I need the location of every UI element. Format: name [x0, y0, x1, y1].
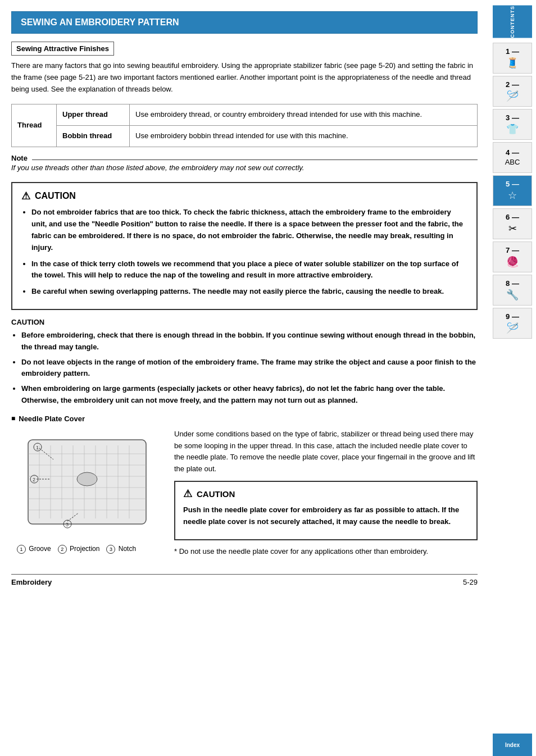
attractive-finishes-section: Sewing Attractive Finishes There are man…	[11, 42, 478, 95]
caution-plain-list: Before embroidering, check that there is…	[11, 330, 478, 407]
caution-box-small: ⚠ CAUTION Push in the needle plate cover…	[174, 481, 478, 540]
caution-plain-item-3: When embroidering on large garments (esp…	[21, 383, 478, 407]
tab-6-icon: ✂	[508, 222, 517, 235]
label-notch: 3 Notch	[106, 545, 136, 554]
label-groove: 1 Groove	[17, 545, 51, 554]
footnote: Do not use the needle plate cover for an…	[174, 546, 478, 558]
intro-text: There are many factors that go into sewi…	[11, 60, 478, 95]
needle-plate-section: Needle Plate Cover	[11, 415, 478, 563]
sidebar: CONTENTS 1 — 🧵 2 — 🪡 3 — 👕 4 — ABC 5 — ☆…	[489, 0, 536, 756]
needle-plate-content: 1 2 3 1 Groove 2	[11, 429, 478, 563]
caution-list: Do not embroider fabrics that are too th…	[21, 207, 467, 298]
page-header: SEWING AN EMBROIDERY PATTERN	[11, 11, 478, 34]
thread-table: Thread Upper thread Use embroidery threa…	[11, 104, 478, 147]
sidebar-tab-4[interactable]: 4 — ABC	[493, 142, 532, 173]
tab-8-icon: 🔧	[506, 289, 519, 301]
sidebar-index-tab[interactable]: Index	[493, 734, 532, 756]
sidebar-tab-8[interactable]: 8 — 🔧	[493, 275, 532, 306]
bobbin-thread-label: Bobbin thread	[57, 126, 130, 147]
tab-1-icon: 🧵	[506, 57, 519, 69]
needle-plate-svg: 1 2 3	[11, 429, 163, 541]
sidebar-tab-6[interactable]: 6 — ✂	[493, 208, 532, 239]
footer-page: 5-29	[463, 578, 478, 586]
svg-text:1: 1	[36, 445, 39, 450]
svg-text:3: 3	[66, 522, 69, 527]
image-labels: 1 Groove 2 Projection 3 Notch	[11, 545, 163, 554]
tab-2-icon: 🪡	[506, 90, 519, 102]
label-projection: 2 Projection	[58, 545, 100, 554]
sidebar-tab-7[interactable]: 7 — 🧶	[493, 242, 532, 272]
bobbin-thread-desc: Use embroidery bobbin thread intended fo…	[130, 126, 478, 147]
upper-thread-desc: Use embroidery thread, or country embroi…	[130, 104, 478, 126]
caution-plain-item-2: Do not leave objects in the range of mot…	[21, 357, 478, 380]
sidebar-tab-1[interactable]: 1 — 🧵	[493, 43, 532, 74]
note-section: Note If you use threads other than those…	[11, 154, 478, 174]
caution-plain-title: CAUTION	[11, 318, 478, 326]
caution-box: ⚠ CAUTION Do not embroider fabrics that …	[11, 182, 478, 310]
caution-small-title: ⚠ CAUTION	[183, 488, 469, 500]
tab-5-icon: ☆	[508, 189, 517, 202]
caution-small-triangle-icon: ⚠	[183, 488, 192, 500]
caution-item-3: Be careful when sewing overlapping patte…	[31, 286, 467, 298]
main-content: SEWING AN EMBROIDERY PATTERN Sewing Attr…	[0, 0, 489, 756]
sidebar-tab-2[interactable]: 2 — 🪡	[493, 76, 532, 107]
page-footer: Embroidery 5-29	[11, 574, 478, 586]
footer-label: Embroidery	[11, 578, 52, 586]
note-label: Note	[11, 154, 28, 162]
needle-plate-title: Needle Plate Cover	[11, 415, 478, 423]
caution-item-2: In the case of thick terry cloth towels …	[31, 258, 467, 282]
sidebar-tab-9[interactable]: 9 — 🪡	[493, 308, 532, 339]
svg-point-16	[77, 472, 97, 486]
tab-4-icon: ABC	[505, 158, 520, 166]
caution-triangle-icon: ⚠	[21, 190, 30, 202]
svg-text:2: 2	[33, 477, 35, 482]
needle-plate-image: 1 2 3 1 Groove 2	[11, 429, 163, 563]
tab-3-icon: 👕	[506, 123, 519, 135]
note-text: If you use threads other than those list…	[11, 162, 478, 174]
sidebar-tab-5[interactable]: 5 — ☆	[493, 175, 532, 206]
tab-9-icon: 🪡	[506, 322, 519, 334]
thread-col-header: Thread	[12, 104, 57, 147]
caution-plain: CAUTION Before embroidering, check that …	[11, 318, 478, 407]
caution-box-title: ⚠ CAUTION	[21, 190, 467, 202]
section-label: Sewing Attractive Finishes	[11, 42, 114, 56]
page-title: SEWING AN EMBROIDERY PATTERN	[21, 17, 179, 27]
caution-small-text: Push in the needle plate cover for embro…	[183, 504, 469, 528]
upper-thread-label: Upper thread	[57, 104, 130, 126]
needle-plate-desc: Under some conditions based on the type …	[174, 429, 478, 475]
sidebar-tab-3[interactable]: 3 — 👕	[493, 109, 532, 140]
needle-plate-right: Under some conditions based on the type …	[174, 429, 478, 563]
caution-item-1: Do not embroider fabrics that are too th…	[31, 207, 467, 253]
caution-plain-item-1: Before embroidering, check that there is…	[21, 330, 478, 353]
tab-7-icon: 🧶	[506, 256, 519, 268]
sidebar-contents-tab[interactable]: CONTENTS	[493, 6, 532, 38]
